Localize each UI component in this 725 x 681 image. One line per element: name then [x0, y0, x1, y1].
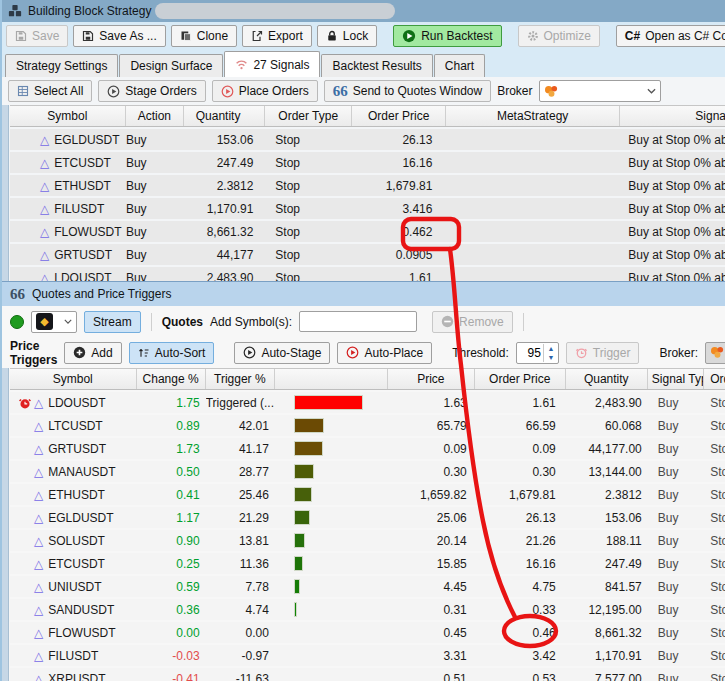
col-price[interactable]: Price: [388, 369, 475, 389]
add-trigger-button[interactable]: Add: [64, 342, 121, 364]
triangle-icon: △: [34, 603, 43, 617]
trigger-bar: [294, 533, 305, 548]
price-cell: 1.63: [388, 396, 475, 410]
select-all-label: Select All: [34, 84, 83, 98]
threshold-input[interactable]: [517, 346, 543, 360]
order-price-cell: 0.462: [352, 225, 446, 239]
auto-stage-button[interactable]: Auto-Stage: [234, 342, 330, 364]
signal-row[interactable]: △LDOUSDT Buy 2,483.90 Stop 1.61 Buy at S…: [10, 267, 725, 281]
order-type-cell: Stop: [265, 225, 352, 239]
col-action[interactable]: Action: [126, 106, 184, 126]
trigger-row[interactable]: △ LTCUSDT 0.89 42.01 65.79 66.59 60.068 …: [10, 415, 725, 436]
export-button[interactable]: Export: [242, 25, 312, 47]
col-quantity[interactable]: Quantity: [184, 106, 265, 126]
triangle-icon: △: [34, 672, 43, 681]
col-order-price[interactable]: Order Price: [475, 369, 566, 389]
spinner-up-icon[interactable]: ▲: [544, 344, 558, 353]
place-orders-button[interactable]: Place Orders: [212, 80, 318, 102]
symbol-cell: LTCUSDT: [48, 419, 102, 433]
triangle-icon: △: [40, 202, 49, 216]
signal-row[interactable]: △EGLDUSDT Buy 153.06 Stop 26.13 Buy at S…: [10, 129, 725, 150]
clone-button[interactable]: Clone: [171, 25, 237, 47]
trigger-row[interactable]: △ UNIUSDT 0.59 7.78 4.45 4.75 841.57 Buy…: [10, 576, 725, 597]
signals-scrollbar[interactable]: [2, 105, 9, 281]
trigger-bar: [294, 395, 363, 410]
action-cell: Buy: [126, 179, 184, 193]
trigger-row[interactable]: △ XRPUSDT -0.41 -11.63 0.51 0.53 7,577.0…: [10, 668, 725, 681]
pt-broker-select[interactable]: [705, 342, 725, 364]
signal-type-cell: Buy: [648, 419, 704, 433]
price-triggers-toolbar: Price Triggers Add Auto-Sort Auto-Stage …: [2, 337, 725, 368]
trigger-row[interactable]: △ ETCUSDT 0.25 11.36 15.85 16.16 247.49 …: [10, 553, 725, 574]
col-signal-type[interactable]: Signal Type: [648, 369, 704, 389]
signals-toolbar: Select All Stage Orders Place Orders 66 …: [2, 77, 725, 105]
col-change[interactable]: Change %: [137, 369, 206, 389]
signal-type-cell: Buy: [648, 603, 704, 617]
col-order-price[interactable]: Order Price: [352, 106, 446, 126]
col-order-type[interactable]: Order Type: [265, 106, 352, 126]
select-all-button[interactable]: Select All: [8, 80, 92, 102]
save-button[interactable]: Save: [6, 25, 68, 47]
col-signal[interactable]: Signa: [620, 106, 725, 126]
trigger-row[interactable]: △ MANAUSDT 0.50 28.77 0.30 0.30 13,144.0…: [10, 461, 725, 482]
run-backtest-button[interactable]: Run Backtest: [393, 25, 501, 47]
col-symbol[interactable]: Symbol: [10, 369, 137, 389]
lock-button[interactable]: Lock: [317, 25, 377, 47]
trigger-row[interactable]: △ GRTUSDT 1.73 41.17 0.09 0.09 44,177.00…: [10, 438, 725, 459]
auto-sort-button[interactable]: Auto-Sort: [129, 342, 215, 364]
stage-orders-button[interactable]: Stage Orders: [98, 80, 205, 102]
tab-signals[interactable]: 27 Signals: [224, 51, 320, 77]
quantity-cell: 153.06: [566, 511, 648, 525]
save-as-button[interactable]: Save As ...: [73, 25, 165, 47]
col-metastrategy[interactable]: MetaStrategy: [446, 106, 620, 126]
trigger-row[interactable]: △ SANDUSDT 0.36 4.74 0.31 0.33 12,195.00…: [10, 599, 725, 620]
col-bar[interactable]: [275, 369, 388, 389]
trigger-row[interactable]: △ EGLDUSDT 1.17 21.29 25.06 26.13 153.06…: [10, 507, 725, 528]
triangle-icon: △: [40, 225, 49, 239]
price-cell: 15.85: [388, 557, 475, 571]
quotes-panel-title-label: Quotes and Price Triggers: [32, 287, 171, 301]
tab-strategy-settings[interactable]: Strategy Settings: [5, 54, 118, 77]
auto-place-button[interactable]: Auto-Place: [337, 342, 432, 364]
trigger-button[interactable]: Trigger: [566, 342, 640, 364]
order-price-cell: 1,679.81: [352, 179, 446, 193]
col-trigger[interactable]: Trigger %: [206, 369, 275, 389]
signal-row[interactable]: △FLOWUSDT Buy 8,661.32 Stop 0.462 Buy at…: [10, 221, 725, 242]
trigger-row[interactable]: △ LDOUSDT 1.75 Triggered (... 1.63 1.61 …: [10, 392, 725, 413]
trigger-row[interactable]: △ FILUSDT -0.03 -0.97 3.31 3.42 1,170.91…: [10, 645, 725, 666]
col-order-type[interactable]: Ord: [704, 369, 725, 389]
remove-button[interactable]: Remove: [432, 311, 513, 333]
trigger-row[interactable]: △ ETHUSDT 0.41 25.46 1,659.82 1,679.81 2…: [10, 484, 725, 505]
spinner-down-icon[interactable]: ▼: [544, 353, 558, 362]
send-to-quotes-button[interactable]: 66 Send to Quotes Window: [324, 80, 491, 102]
trigger-row[interactable]: △ SOLUSDT 0.90 13.81 20.14 21.26 188.11 …: [10, 530, 725, 551]
triangle-icon: △: [34, 649, 43, 663]
signal-row[interactable]: △FILUSDT Buy 1,170.91 Stop 3.416 Buy at …: [10, 198, 725, 219]
tab-backtest-results[interactable]: Backtest Results: [321, 54, 432, 77]
signal-row[interactable]: △ETHUSDT Buy 2.3812 Stop 1,679.81 Buy at…: [10, 175, 725, 196]
signal-cell: Buy at Stop 0% abo: [620, 179, 725, 193]
trigger-row[interactable]: △ FLOWUSDT 0.00 0.00 0.45 0.46 8,661.32 …: [10, 622, 725, 643]
stream-button[interactable]: Stream: [84, 311, 141, 333]
add-symbols-input[interactable]: [299, 311, 417, 332]
signal-type-cell: Buy: [648, 511, 704, 525]
order-type-cell: Sto: [704, 534, 725, 548]
open-csharp-button[interactable]: C# Open as C# Coded Strategy: [616, 25, 725, 47]
lock-label: Lock: [343, 29, 368, 43]
broker-select[interactable]: [539, 80, 661, 102]
signal-row[interactable]: △ETCUSDT Buy 247.49 Stop 16.16 Buy at St…: [10, 152, 725, 173]
clone-label: Clone: [197, 29, 228, 43]
auto-place-play-icon: [346, 346, 359, 359]
threshold-spinner[interactable]: ▲ ▼: [516, 342, 559, 364]
order-type-cell: Sto: [704, 488, 725, 502]
trigger-pct-cell: 13.81: [206, 534, 275, 548]
tab-design-surface[interactable]: Design Surface: [119, 54, 223, 77]
tab-chart[interactable]: Chart: [434, 54, 485, 77]
triggers-scrollbar[interactable]: [2, 368, 9, 681]
signal-row[interactable]: △GRTUSDT Buy 44,177 Stop 0.0905 Buy at S…: [10, 244, 725, 265]
optimize-button[interactable]: Optimize: [518, 25, 600, 47]
exchange-select[interactable]: ◆: [31, 311, 77, 333]
col-quantity[interactable]: Quantity: [566, 369, 648, 389]
signal-type-cell: Buy: [648, 534, 704, 548]
col-symbol[interactable]: Symbol: [10, 106, 126, 126]
